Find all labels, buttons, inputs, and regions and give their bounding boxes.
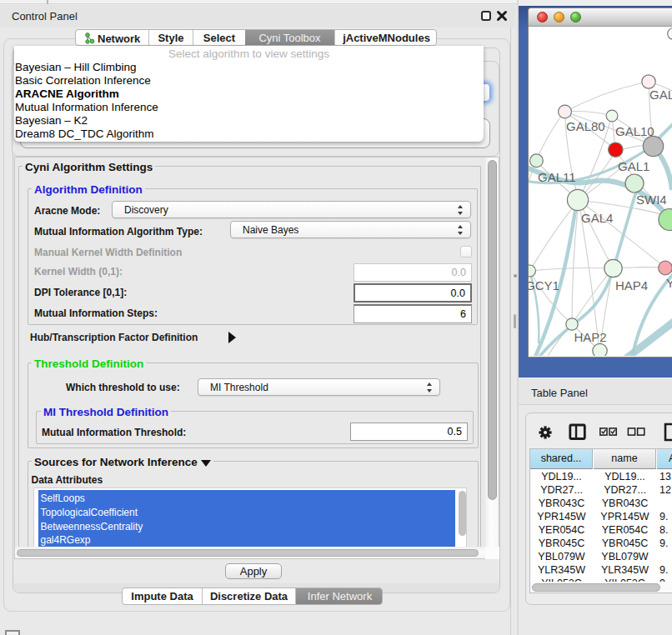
svg-text:Y: Y — [666, 276, 672, 290]
svg-text:GAL11: GAL11 — [538, 170, 576, 184]
svg-text:GCY1: GCY1 — [529, 278, 559, 292]
svg-text:GAL80: GAL80 — [566, 119, 605, 133]
svg-text:GAL4: GAL4 — [581, 211, 613, 225]
svg-text:HAP4: HAP4 — [615, 278, 648, 292]
svg-text:GAL10: GAL10 — [615, 124, 654, 138]
svg-text:GAL1: GAL1 — [618, 159, 649, 173]
svg-text:GAL7: GAL7 — [649, 88, 672, 102]
svg-text:SWI4: SWI4 — [636, 192, 667, 207]
svg-text:HAP2: HAP2 — [574, 330, 607, 344]
